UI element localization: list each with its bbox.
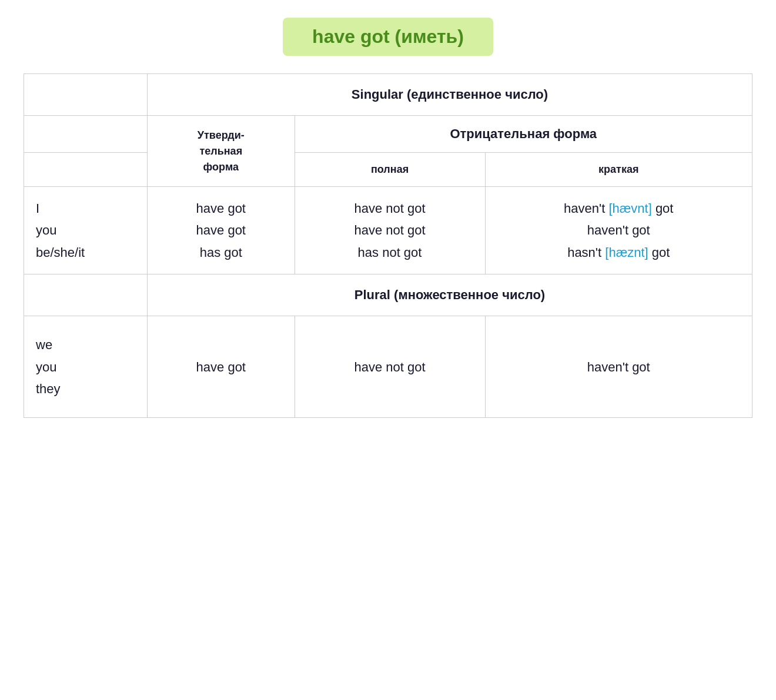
singular-header-row: Singular (единственное число) [24,74,752,116]
sub-header-full-short-row: полная краткая [24,153,752,187]
plural-negative-short: haven't got [485,316,752,418]
phonetic-haeznt: [hæznt] [605,245,648,260]
singular-negative-full: have not gothave not gothas not got [295,187,485,274]
plural-data-row: weyouthey have got have not got haven't … [24,316,752,418]
singular-pronouns: Iyoube/she/it [24,187,148,274]
singular-header-cell: Singular (единственное число) [148,74,752,116]
title-container: have got (иметь) [24,18,752,56]
negative-header: Отрицательная форма [295,116,752,153]
plural-affirmative: have got [148,316,295,418]
phonetic-haevnt: [hævnt] [608,201,651,216]
sub-header-row: Утверди-тельнаяформа Отрицательная форма [24,116,752,153]
singular-data-row: Iyoube/she/it have gothave gothas got ha… [24,187,752,274]
singular-affirmative: have gothave gothas got [148,187,295,274]
plural-negative-full: have not got [295,316,485,418]
affirmative-label: Утверди-тельнаяформа [198,129,245,173]
grammar-table: Singular (единственное число) Утверди-те… [24,73,752,418]
affirmative-header: Утверди-тельнаяформа [148,116,295,187]
plural-header-cell: Plural (множественное число) [148,274,752,316]
title-badge: have got (иметь) [283,18,493,56]
singular-empty-cell [24,74,148,116]
plural-empty-cell [24,274,148,316]
full-header: полная [295,153,485,187]
singular-negative-short: haven't [hævnt] got haven't got hasn't [… [485,187,752,274]
page-wrapper: have got (иметь) Singular (единственное … [24,18,752,418]
full-label: полная [307,163,473,176]
pronoun-header-empty [24,116,148,153]
short-header: краткая [485,153,752,187]
plural-pronouns: weyouthey [24,316,148,418]
pronoun-header-empty2 [24,153,148,187]
short-label: краткая [497,163,741,176]
plural-header-row: Plural (множественное число) [24,274,752,316]
